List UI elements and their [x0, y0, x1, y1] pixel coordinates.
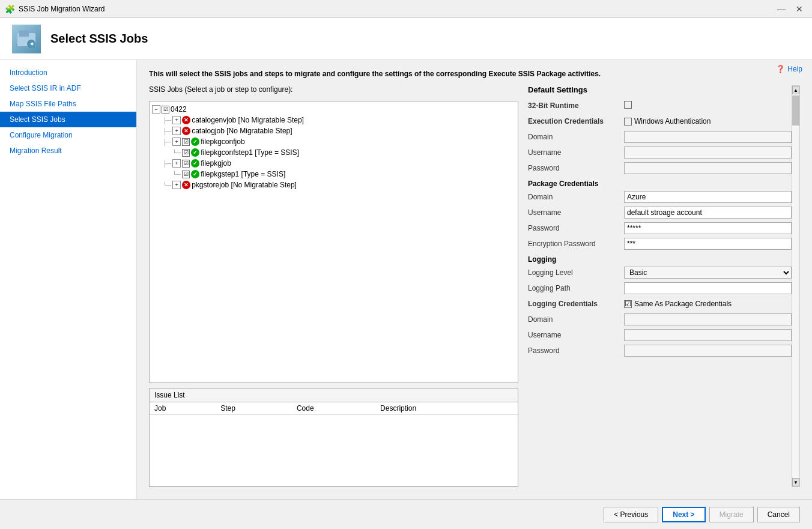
right-panel-scrollbar[interactable]: ▲ ▼ [792, 85, 800, 487]
pkg-domain-input[interactable] [624, 191, 792, 203]
exec-cred-row: Execution Credentials Windows Authentica… [528, 115, 792, 128]
sidebar-item-introduction[interactable]: Introduction [0, 65, 136, 80]
filepkgjob-status: ✓ [191, 159, 199, 168]
windows-auth-checkbox[interactable] [624, 118, 632, 125]
pkgstorejob-expand[interactable]: + [172, 181, 181, 189]
password-value [624, 162, 792, 174]
log-password-input[interactable] [624, 345, 792, 357]
log-cred-label: Logging Credentials [528, 300, 624, 308]
scroll-down-arrow[interactable]: ▼ [792, 478, 799, 486]
scroll-thumb[interactable] [792, 95, 799, 125]
pkg-credentials-title: Package Credentials [528, 180, 792, 188]
sidebar-item-select-ssis-ir[interactable]: Select SSIS IR in ADF [0, 80, 136, 96]
logging-title: Logging [528, 255, 792, 264]
header: ✦ Select SSIS Jobs [0, 18, 812, 60]
username-label: Username [528, 148, 624, 157]
logging-path-row: Logging Path [528, 282, 792, 295]
description-text: This will select the SSIS jobs and steps… [149, 70, 659, 78]
filepkgconfstep1-status: ✓ [191, 148, 199, 157]
pkgstorejob-status: ✕ [182, 181, 190, 189]
tree-item-catalogjob[interactable]: ├─ + ✕ catalogjob [No Migratable Step] [152, 125, 515, 136]
tree-item-catalogenvjob[interactable]: ├─ + ✕ catalogenvjob [No Migratable Step… [152, 115, 515, 125]
titlebar-controls: — ✕ [774, 3, 807, 15]
username-value [624, 147, 792, 159]
logging-level-select[interactable]: Basic None Verbose [624, 267, 792, 279]
tree-root[interactable]: − ☑ 0422 [152, 104, 515, 115]
issue-table: Job Step Code Description [150, 402, 518, 415]
filepkgconfjob-checkbox[interactable]: ☑ [182, 138, 190, 146]
settings-scroll-area[interactable]: Default Settings 32-Bit Runtime Executio… [528, 85, 792, 487]
logging-level-value: Basic None Verbose [624, 267, 792, 279]
log-username-input[interactable] [624, 329, 792, 341]
same-as-pkg-checkbox[interactable]: ☑ [624, 300, 632, 308]
tree-item-filepkgconfjob[interactable]: ├─ + ☑ ✓ filepkgconfjob [152, 136, 515, 147]
scroll-up-arrow[interactable]: ▲ [792, 86, 799, 94]
filepkgconfjob-expand[interactable]: + [172, 138, 181, 146]
help-button[interactable]: ❓ Help [776, 65, 802, 73]
log-domain-input[interactable] [624, 313, 792, 325]
cancel-button[interactable]: Cancel [757, 507, 800, 522]
connector: ├─ [163, 117, 171, 124]
tree-item-filepkgconfstep1[interactable]: └─ ☑ ✓ filepkgconfstep1 [Type = SSIS] [152, 147, 515, 158]
pkg-username-row: Username [528, 206, 792, 219]
issue-list-section: Issue List Job Step Code Description [149, 388, 518, 487]
root-expand[interactable]: − [152, 105, 160, 113]
log-cred-value: ☑ Same As Package Credentials [624, 300, 792, 308]
sidebar-item-map-ssis-paths[interactable]: Map SSIS File Paths [0, 96, 136, 112]
logging-path-value [624, 282, 792, 294]
connector: └─ [163, 182, 171, 189]
sidebar-item-migration-result[interactable]: Migration Result [0, 143, 136, 159]
tree-item-filepkgstep1[interactable]: └─ ☑ ✓ filepkgstep1 [Type = SSIS] [152, 169, 515, 180]
connector: └─ [172, 171, 181, 178]
minimize-button[interactable]: — [774, 3, 789, 15]
logging-level-row: Logging Level Basic None Verbose [528, 266, 792, 279]
connector: ├─ [163, 160, 171, 167]
password-label: Password [528, 164, 624, 172]
filepkgjob-expand[interactable]: + [172, 159, 181, 168]
connector: └─ [172, 150, 181, 156]
previous-button[interactable]: < Previous [604, 507, 658, 522]
migrate-button[interactable]: Migrate [709, 507, 754, 522]
log-password-value [624, 345, 792, 357]
filepkgconfstep1-label: filepkgconfstep1 [Type = SSIS] [201, 148, 299, 157]
help-label: Help [787, 65, 802, 73]
password-input[interactable] [624, 162, 792, 174]
catalogenvjob-expand[interactable]: + [172, 116, 181, 124]
filepkgconfstep1-checkbox[interactable]: ☑ [182, 149, 190, 157]
enc-password-input[interactable] [624, 238, 792, 250]
domain-label: Domain [528, 133, 624, 141]
pkg-username-input[interactable] [624, 207, 792, 219]
pkgstorejob-label: pkgstorejob [No Migratable Step] [192, 181, 297, 189]
issue-list-body: Job Step Code Description [150, 402, 518, 486]
logging-path-input[interactable] [624, 282, 792, 294]
filepkgjob-label: filepkgjob [201, 159, 231, 168]
log-domain-value [624, 313, 792, 325]
help-icon: ❓ [776, 65, 785, 73]
logging-path-label: Logging Path [528, 284, 624, 292]
pkg-password-input[interactable] [624, 222, 792, 234]
tree-item-pkgstorejob[interactable]: └─ + ✕ pkgstorejob [No Migratable Step] [152, 180, 515, 190]
domain-input[interactable] [624, 131, 792, 143]
username-row: Username [528, 146, 792, 159]
username-input[interactable] [624, 147, 792, 159]
enc-password-label: Encryption Password [528, 240, 624, 248]
runtime-checkbox[interactable] [624, 101, 632, 109]
catalogjob-expand[interactable]: + [172, 127, 181, 135]
sidebar-item-configure-migration[interactable]: Configure Migration [0, 127, 136, 143]
app-title: SSIS Job Migration Wizard [19, 5, 105, 13]
sidebar-item-select-ssis-jobs[interactable]: Select SSIS Jobs [0, 112, 136, 127]
root-checkbox[interactable]: ☑ [162, 106, 169, 113]
password-row: Password [528, 162, 792, 175]
close-button[interactable]: ✕ [792, 3, 807, 15]
filepkgjob-checkbox[interactable]: ☑ [182, 160, 190, 168]
sidebar: Introduction Select SSIS IR in ADF Map S… [0, 60, 137, 499]
tree-item-filepkgjob[interactable]: ├─ + ☑ ✓ filepkgjob [152, 158, 515, 169]
connector: ├─ [163, 139, 171, 145]
filepkgstep1-checkbox[interactable]: ☑ [182, 171, 190, 178]
log-password-row: Password [528, 344, 792, 357]
left-panel: SSIS Jobs (Select a job or step to confi… [149, 85, 518, 487]
scroll-track [792, 94, 799, 478]
content-inner: SSIS Jobs (Select a job or step to confi… [149, 85, 800, 487]
jobs-tree[interactable]: − ☑ 0422 ├─ + ✕ catalogenvjob [No Migrat… [149, 101, 518, 383]
next-button[interactable]: Next > [662, 507, 705, 522]
